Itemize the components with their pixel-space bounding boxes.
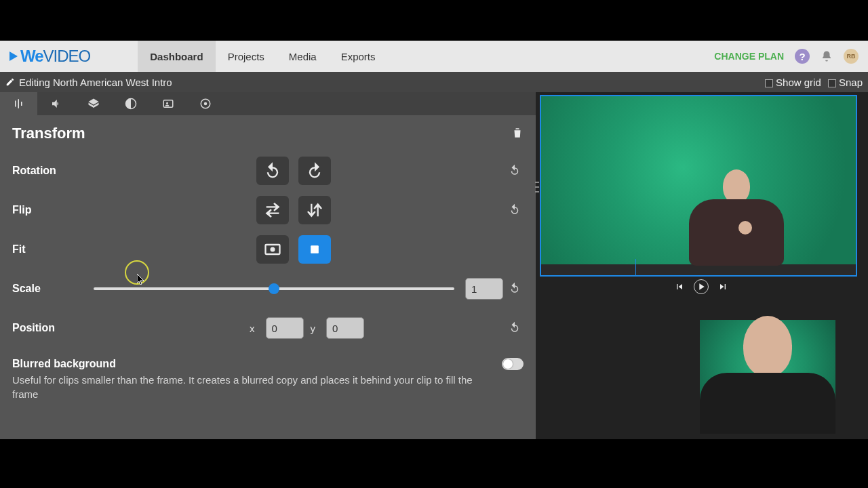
project-title: Editing North American West Intro [19, 77, 172, 88]
position-reset-button[interactable] [506, 319, 524, 338]
letterbox-bottom [0, 439, 868, 483]
layers-icon [87, 98, 100, 110]
rotate-cw-button[interactable] [298, 157, 331, 185]
tab-audio[interactable] [37, 92, 75, 115]
svg-point-4 [203, 102, 207, 106]
editor-main: Transform Rotation [0, 92, 868, 439]
undo-icon [509, 321, 521, 333]
snap-toggle[interactable]: Snap [828, 77, 863, 88]
position-x-label: x [250, 323, 255, 334]
preview-pane [536, 92, 868, 439]
tab-color[interactable] [112, 92, 149, 115]
play-button[interactable] [694, 279, 709, 294]
position-y-label: y [311, 323, 316, 334]
undo-icon [509, 282, 521, 294]
user-card-icon [162, 98, 174, 110]
editor-subheader: Editing North American West Intro Show g… [0, 72, 868, 92]
reset-all-button[interactable] [511, 127, 524, 141]
fit-label: Fit [12, 243, 121, 256]
scale-reset-button[interactable] [506, 279, 524, 299]
flip-horizontal-button[interactable] [256, 196, 289, 224]
sliders-icon [13, 98, 25, 110]
person-silhouette [689, 169, 784, 266]
fit-fill-icon [305, 240, 324, 259]
flip-reset-button[interactable] [506, 201, 524, 220]
fit-contain-button[interactable] [256, 235, 289, 264]
rotate-ccw-button[interactable] [256, 157, 289, 185]
position-label: Position [12, 322, 121, 334]
subtitle-icon [199, 98, 212, 110]
rotate-cw-icon [305, 161, 324, 180]
selection-handle[interactable] [635, 259, 636, 277]
position-x-input[interactable] [266, 317, 304, 339]
nav-projects[interactable]: Projects [216, 41, 277, 72]
contrast-icon [125, 98, 137, 110]
tab-animate[interactable] [186, 92, 224, 115]
volume-icon [50, 98, 62, 110]
undo-icon [509, 203, 521, 216]
pane-resize-handle[interactable] [535, 182, 539, 192]
blur-bg-description: Useful for clips smaller than the frame.… [12, 373, 500, 401]
panel-title: Transform [12, 125, 85, 142]
change-plan-link[interactable]: CHANGE PLAN [714, 51, 784, 62]
flip-h-icon [263, 201, 282, 220]
fit-fill-button[interactable] [298, 235, 331, 264]
toggle-knob [503, 359, 513, 369]
help-icon[interactable]: ? [795, 49, 810, 64]
rotate-ccw-icon [263, 161, 282, 180]
fit-contain-icon [263, 240, 282, 259]
flip-label: Flip [12, 204, 121, 216]
nav-exports[interactable]: Exports [329, 41, 388, 72]
video-preview[interactable] [540, 95, 857, 277]
property-tabbar [0, 92, 536, 115]
trash-icon [511, 127, 524, 139]
letterbox-top [0, 0, 868, 41]
floor [541, 264, 856, 275]
flip-vertical-button[interactable] [298, 196, 331, 224]
rotation-label: Rotation [12, 165, 121, 177]
scale-slider[interactable] [94, 287, 454, 290]
flip-v-icon [305, 201, 324, 220]
rotation-reset-button[interactable] [506, 161, 524, 181]
tab-frame[interactable] [149, 92, 186, 115]
next-frame-button[interactable] [715, 279, 730, 294]
prev-frame-button[interactable] [672, 279, 687, 294]
svg-point-6 [271, 247, 275, 252]
tab-transform[interactable] [0, 92, 37, 115]
logo-text: WeVIDEO [20, 47, 90, 66]
pencil-icon [5, 77, 15, 87]
undo-icon [509, 164, 521, 176]
scale-slider-thumb[interactable] [269, 283, 279, 294]
nav-dashboard[interactable]: Dashboard [138, 41, 215, 72]
app-header: WeVIDEO Dashboard Projects Media Exports… [0, 41, 868, 72]
svg-point-2 [166, 102, 168, 104]
notifications-icon[interactable] [821, 49, 833, 63]
logo-mark-icon [9, 52, 18, 61]
scale-input[interactable] [465, 278, 503, 300]
main-nav: Dashboard Projects Media Exports [138, 41, 387, 72]
tab-layers[interactable] [75, 92, 112, 115]
blur-bg-label: Blurred background [12, 358, 502, 370]
user-avatar[interactable]: RB [844, 49, 859, 64]
properties-panel: Transform Rotation [0, 92, 536, 439]
svg-rect-7 [311, 245, 319, 253]
webcam-pip [700, 320, 835, 434]
logo[interactable]: WeVIDEO [9, 47, 90, 66]
nav-media[interactable]: Media [277, 41, 329, 72]
blur-bg-toggle[interactable] [502, 358, 524, 370]
show-grid-toggle[interactable]: Show grid [765, 77, 821, 88]
player-controls [540, 277, 863, 297]
position-y-input[interactable] [326, 317, 364, 339]
